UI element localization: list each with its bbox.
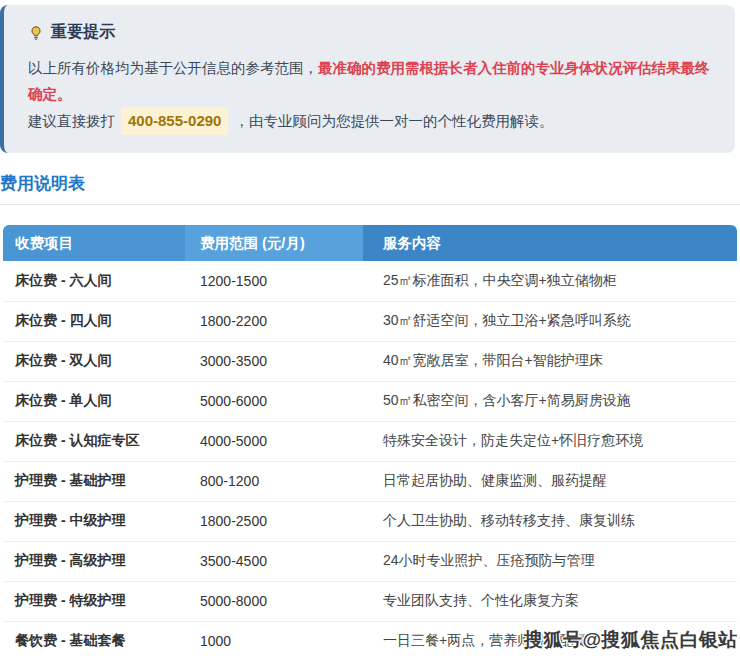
cell-fee-range: 5000-6000 [185,381,363,421]
cell-fee-item: 床位费 - 六人间 [3,261,185,301]
cell-service-content: 40㎡宽敞居室，带阳台+智能护理床 [363,341,737,381]
column-header-fee-item: 收费项目 [3,225,185,261]
cell-fee-item: 护理费 - 特级护理 [3,581,185,621]
cell-fee-range: 1800-2200 [185,301,363,341]
table-row: 床位费 - 六人间1200-150025㎡标准面积，中央空调+独立储物柜 [3,261,737,301]
table-row: 护理费 - 高级护理3500-450024小时专业照护、压疮预防与管理 [3,541,737,581]
table-row: 护理费 - 特级护理5000-8000专业团队支持、个性化康复方案 [3,581,737,621]
notice-body: 以上所有价格均为基于公开信息的参考范围，最准确的费用需根据长者入住前的专业身体状… [28,55,715,135]
cell-fee-item: 餐饮费 - 基础套餐 [3,621,185,656]
cell-fee-item: 护理费 - 基础护理 [3,461,185,501]
notice-line2-suffix: ，由专业顾问为您提供一对一的个性化费用解读。 [234,113,553,129]
cell-fee-item: 床位费 - 认知症专区 [3,421,185,461]
cell-service-content: 30㎡舒适空间，独立卫浴+紧急呼叫系统 [363,301,737,341]
table-row: 床位费 - 认知症专区4000-5000特殊安全设计，防走失定位+怀旧疗愈环境 [3,421,737,461]
cell-service-content: 个人卫生协助、移动转移支持、康复训练 [363,501,737,541]
cell-fee-range: 4000-5000 [185,421,363,461]
fee-table: 收费项目 费用范围 (元/月) 服务内容 床位费 - 六人间1200-15002… [3,225,737,656]
cell-fee-range: 1200-1500 [185,261,363,301]
cell-service-content: 50㎡私密空间，含小客厅+简易厨房设施 [363,381,737,421]
lightbulb-icon [28,25,44,41]
fee-table-header: 收费项目 费用范围 (元/月) 服务内容 [3,225,737,261]
cell-fee-item: 护理费 - 中级护理 [3,501,185,541]
cell-fee-range: 800-1200 [185,461,363,501]
page: 重要提示 以上所有价格均为基于公开信息的参考范围，最准确的费用需根据长者入住前的… [0,0,740,656]
cell-service-content: 一日三餐+两点，营养师科学配餐 [363,621,737,656]
table-row: 餐饮费 - 基础套餐1000一日三餐+两点，营养师科学配餐 [3,621,737,656]
notice-line2-text: 建议直接拨打 [28,113,115,129]
notice-title: 重要提示 [51,22,115,43]
cell-service-content: 24小时专业照护、压疮预防与管理 [363,541,737,581]
table-row: 护理费 - 基础护理800-1200日常起居协助、健康监测、服药提醒 [3,461,737,501]
column-header-fee-range: 费用范围 (元/月) [185,225,363,261]
cell-fee-range: 1800-2500 [185,501,363,541]
table-row: 床位费 - 单人间5000-600050㎡私密空间，含小客厅+简易厨房设施 [3,381,737,421]
cell-fee-item: 床位费 - 单人间 [3,381,185,421]
cell-fee-range: 5000-8000 [185,581,363,621]
cell-fee-range: 3000-3500 [185,341,363,381]
cell-fee-item: 护理费 - 高级护理 [3,541,185,581]
cell-service-content: 特殊安全设计，防走失定位+怀旧疗愈环境 [363,421,737,461]
important-notice-box: 重要提示 以上所有价格均为基于公开信息的参考范围，最准确的费用需根据长者入住前的… [0,5,735,153]
table-row: 床位费 - 四人间1800-220030㎡舒适空间，独立卫浴+紧急呼叫系统 [3,301,737,341]
cell-service-content: 25㎡标准面积，中央空调+独立储物柜 [363,261,737,301]
cell-fee-range: 3500-4500 [185,541,363,581]
cell-fee-item: 床位费 - 双人间 [3,341,185,381]
phone-number[interactable]: 400-855-0290 [121,107,228,135]
notice-line1-text: 以上所有价格均为基于公开信息的参考范围， [28,60,318,76]
column-header-service-content: 服务内容 [363,225,737,261]
cell-service-content: 专业团队支持、个性化康复方案 [363,581,737,621]
fee-table-body: 床位费 - 六人间1200-150025㎡标准面积，中央空调+独立储物柜床位费 … [3,261,737,656]
section-title: 费用说明表 [0,172,740,205]
cell-service-content: 日常起居协助、健康监测、服药提醒 [363,461,737,501]
notice-header: 重要提示 [28,22,715,43]
cell-fee-range: 1000 [185,621,363,656]
cell-fee-item: 床位费 - 四人间 [3,301,185,341]
table-row: 护理费 - 中级护理1800-2500个人卫生协助、移动转移支持、康复训练 [3,501,737,541]
table-row: 床位费 - 双人间3000-350040㎡宽敞居室，带阳台+智能护理床 [3,341,737,381]
